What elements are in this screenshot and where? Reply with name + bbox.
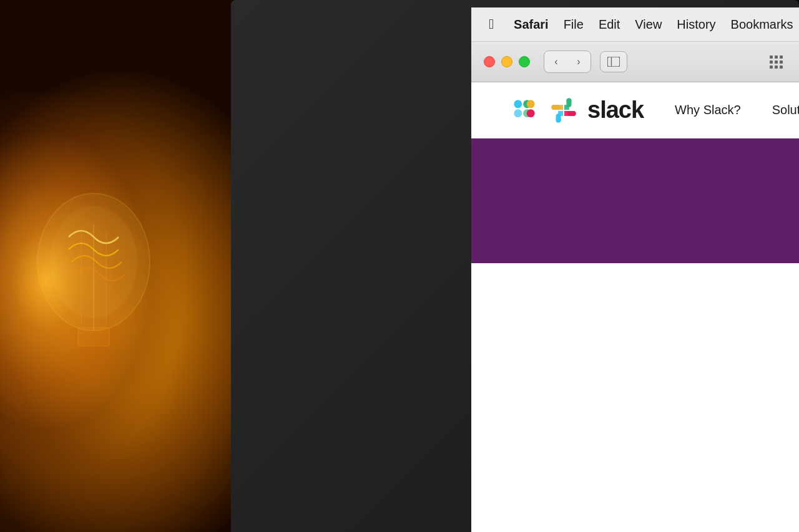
- chevron-right-icon: ›: [577, 56, 580, 67]
- macbook-screen:  Safari File Edit View History Bookmark…: [471, 7, 799, 532]
- safari-toolbar: ‹ ›: [471, 42, 799, 82]
- forward-button[interactable]: ›: [568, 52, 589, 71]
- svg-point-16: [551, 105, 556, 110]
- website-content: slack Why Slack? Solutio...: [471, 82, 799, 532]
- svg-point-18: [566, 98, 571, 103]
- svg-rect-10: [514, 109, 522, 117]
- svg-rect-24: [564, 105, 569, 110]
- menubar-bookmarks[interactable]: Bookmarks: [723, 15, 799, 34]
- sidebar-icon: [607, 57, 620, 67]
- traffic-lights: [484, 56, 530, 67]
- svg-rect-7: [607, 57, 620, 67]
- svg-rect-4: [78, 327, 109, 346]
- svg-rect-9: [514, 100, 522, 108]
- svg-point-22: [556, 117, 561, 122]
- slack-icon: [549, 95, 579, 125]
- slack-hero-section: [471, 138, 799, 263]
- apple-menu[interactable]: : [481, 14, 501, 35]
- menubar-file[interactable]: File: [556, 15, 591, 34]
- menubar-safari[interactable]: Safari: [506, 15, 556, 34]
- macbook-bezel:  Safari File Edit View History Bookmark…: [231, 0, 799, 532]
- grid-dots-icon: [770, 56, 783, 69]
- close-button[interactable]: [484, 56, 495, 67]
- fullscreen-button[interactable]: [519, 56, 530, 67]
- svg-rect-5: [81, 346, 106, 377]
- svg-rect-14: [527, 109, 535, 117]
- slack-logo-icon: [509, 95, 540, 126]
- nav-solutions[interactable]: Solutio...: [772, 103, 799, 117]
- minimize-button[interactable]: [501, 56, 512, 67]
- svg-rect-23: [558, 105, 563, 110]
- slack-wordmark: slack: [587, 97, 644, 123]
- nav-buttons: ‹ ›: [544, 51, 591, 73]
- slack-logo[interactable]: slack: [509, 95, 644, 126]
- menubar-view[interactable]: View: [627, 15, 669, 34]
- back-button[interactable]: ‹: [546, 52, 567, 71]
- nav-why-slack[interactable]: Why Slack?: [675, 103, 741, 117]
- svg-rect-26: [558, 110, 563, 115]
- sidebar-toggle-button[interactable]: [600, 51, 627, 72]
- svg-rect-13: [527, 100, 535, 108]
- grid-tabs-button[interactable]: [765, 53, 787, 70]
- svg-point-20: [571, 110, 576, 115]
- macos-menubar:  Safari File Edit View History Bookmark…: [471, 7, 799, 42]
- menubar-edit[interactable]: Edit: [591, 15, 627, 34]
- menubar-history[interactable]: History: [669, 15, 723, 34]
- svg-point-6: [50, 206, 137, 318]
- svg-rect-25: [564, 110, 569, 115]
- lamp-filaments: [31, 187, 156, 405]
- chevron-left-icon: ‹: [554, 56, 557, 67]
- slack-navbar: slack Why Slack? Solutio...: [471, 82, 799, 138]
